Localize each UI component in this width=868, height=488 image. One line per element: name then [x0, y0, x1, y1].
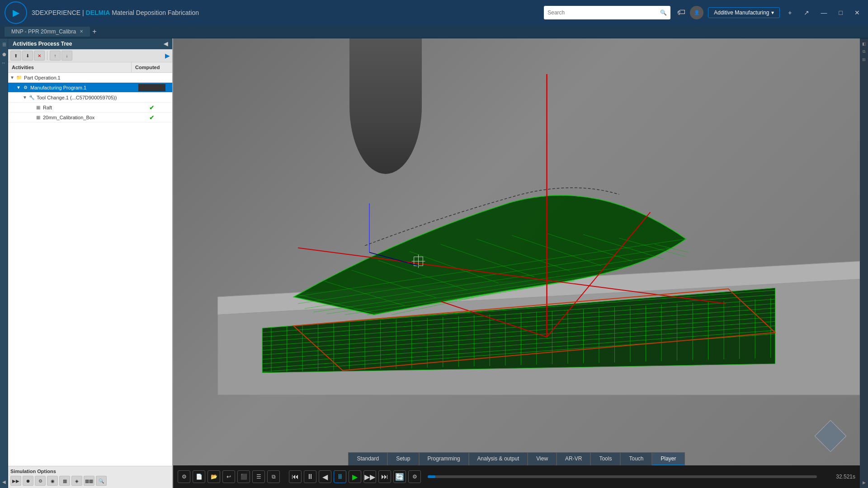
- tree-row[interactable]: ▦ 20mm_Calibration_Box ✔: [8, 113, 172, 122]
- title-brand: DELMIA: [86, 9, 110, 16]
- left-icon-2[interactable]: ⬟: [0, 51, 8, 58]
- sim-btn-2[interactable]: ⏺: [23, 476, 33, 486]
- playbar-btn-6[interactable]: ☰: [252, 470, 265, 483]
- panel-header: Activities Process Tree ◀: [8, 38, 172, 49]
- maximize-button[interactable]: □: [835, 9, 846, 16]
- column-computed: Computed: [132, 62, 172, 72]
- panel-toolbar: ⬆ ⬇ ✕ ↑ ↓ ▶: [8, 49, 172, 62]
- tree-row[interactable]: ▼ 📁 Part Operation.1: [8, 73, 172, 83]
- bottom-tabs: Standard Setup Programming Analysis & ou…: [173, 452, 860, 465]
- sim-btn-5[interactable]: ▦: [59, 476, 70, 486]
- playbar: ⚙ 📄 📂 ↩ ⬛ ☰ ⧉ ⏮ ⏸ ◀ ⏸ ▶ ▶▶ ⏭ 🔄 ⚙ 32.521s: [173, 465, 860, 488]
- playbar-btn-7[interactable]: ⧉: [267, 470, 280, 483]
- bookmark-icon[interactable]: 🏷: [677, 8, 685, 17]
- left-icon-3[interactable]: ↕: [0, 61, 8, 66]
- play-button[interactable]: ▶: [349, 470, 361, 483]
- loop-button[interactable]: 🔄: [393, 470, 406, 483]
- navigation-cube[interactable]: [819, 425, 846, 452]
- left-icon-arrow[interactable]: ◀: [0, 478, 8, 486]
- titlebar: ▶ 3DEXPERIENCE | DELMIA Material Deposit…: [0, 0, 868, 25]
- expand-icon[interactable]: ▼: [16, 85, 22, 90]
- box-icon: ▦: [34, 114, 42, 121]
- app-icon: ▶: [5, 1, 27, 24]
- 3d-viewport[interactable]: Standard Setup Programming Analysis & ou…: [173, 38, 860, 488]
- row-label: Manufacturing Program.1: [30, 85, 132, 90]
- toolbar-btn-up[interactable]: ↑: [50, 51, 61, 61]
- tree-column-headers: Activities Computed: [8, 62, 172, 73]
- panel-arrow-button[interactable]: ▶: [165, 52, 170, 59]
- row-label: Tool Change.1 (...C57D900059705)): [37, 95, 132, 100]
- tab-player[interactable]: Player: [652, 452, 684, 465]
- expand-icon[interactable]: ▼: [23, 95, 28, 100]
- sim-btn-3[interactable]: ⚙: [35, 476, 46, 486]
- search-input[interactable]: [547, 9, 658, 16]
- right-icon-2[interactable]: ⧉: [862, 48, 866, 55]
- sim-btn-1[interactable]: ▶▶: [10, 476, 21, 486]
- folder-icon: 📁: [15, 74, 23, 81]
- tree-row[interactable]: ▦ Raft ✔: [8, 103, 172, 113]
- step-back-button[interactable]: ◀: [319, 470, 331, 483]
- playbar-btn-2[interactable]: 📄: [193, 470, 205, 483]
- nav-cube-inner: [815, 420, 847, 452]
- add-button[interactable]: +: [784, 9, 795, 16]
- activities-panel: Activities Process Tree ◀ ⬆ ⬇ ✕ ↑ ↓ ▶ Ac…: [8, 38, 173, 488]
- tab-tools[interactable]: Tools: [590, 452, 620, 465]
- sim-btn-7[interactable]: ▦▦: [84, 476, 94, 486]
- right-icon-1[interactable]: ◧: [861, 41, 867, 47]
- right-icon-3[interactable]: ⊞: [861, 56, 867, 63]
- playbar-btn-5[interactable]: ⬛: [237, 470, 250, 483]
- tree-row[interactable]: ▼ ⚙ Manufacturing Program.1: [8, 83, 172, 93]
- sim-btn-8[interactable]: 🔍: [96, 476, 107, 486]
- sim-btn-4[interactable]: ◉: [47, 476, 58, 486]
- skip-start-button[interactable]: ⏮: [289, 470, 302, 483]
- left-sidebar-icons: ☰ ⬟ ↕ ◀: [0, 38, 8, 488]
- minimize-button[interactable]: —: [817, 9, 831, 16]
- expand-icon[interactable]: ▼: [10, 75, 15, 80]
- toolbar-separator: [47, 51, 47, 60]
- toolbar-btn-delete[interactable]: ✕: [34, 51, 45, 61]
- search-box[interactable]: 🔍: [544, 6, 670, 19]
- left-icon-1[interactable]: ☰: [0, 41, 8, 48]
- tab-close-icon[interactable]: ✕: [80, 29, 83, 34]
- progress-bar[interactable]: [428, 475, 817, 478]
- tabbar: MNP - PPR 20mm_Calibra ✕ +: [0, 25, 868, 38]
- tab-programming[interactable]: Programming: [419, 452, 469, 465]
- title-3dex: 3DEXPERIENCE: [32, 9, 80, 16]
- pause-button[interactable]: ⏸: [334, 470, 346, 483]
- simulation-options-panel: Simulation Options ▶▶ ⏺ ⚙ ◉ ▦ ◈ ▦▦ 🔍: [8, 466, 172, 488]
- main-tab[interactable]: MNP - PPR 20mm_Calibra ✕: [5, 27, 90, 37]
- frame-back-button[interactable]: ⏸: [304, 470, 316, 483]
- tab-view[interactable]: View: [528, 452, 557, 465]
- panel-collapse-button[interactable]: ◀: [164, 41, 168, 47]
- settings-button[interactable]: ⚙: [408, 470, 421, 483]
- tab-setup[interactable]: Setup: [387, 452, 419, 465]
- tab-standard[interactable]: Standard: [348, 452, 387, 465]
- add-tab-button[interactable]: +: [92, 28, 96, 36]
- playbar-btn-1[interactable]: ⚙: [178, 470, 190, 483]
- tab-label: MNP - PPR 20mm_Calibra: [11, 28, 76, 35]
- playbar-undo[interactable]: ↩: [222, 470, 235, 483]
- chevron-down-icon: ▾: [771, 9, 774, 16]
- sim-btn-6[interactable]: ◈: [71, 476, 82, 486]
- toolbar-btn-1[interactable]: ⬆: [10, 51, 21, 61]
- computed-dark-bar: [138, 84, 165, 91]
- row-label: Part Operation.1: [24, 75, 132, 80]
- computed-check: ✔: [149, 104, 155, 111]
- row-label: 20mm_Calibration_Box: [43, 115, 132, 120]
- tab-touch[interactable]: Touch: [620, 452, 652, 465]
- playbar-btn-3[interactable]: 📂: [208, 470, 220, 483]
- close-button[interactable]: ✕: [851, 9, 863, 16]
- share-button[interactable]: ↗: [800, 9, 813, 16]
- tab-ar-vr[interactable]: AR-VR: [557, 452, 590, 465]
- progress-fill: [428, 475, 435, 478]
- tree-row[interactable]: ▼ 🔧 Tool Change.1 (...C57D900059705)): [8, 93, 172, 103]
- tab-analysis-output[interactable]: Analysis & output: [469, 452, 528, 465]
- toolbar-btn-down[interactable]: ↓: [61, 51, 72, 61]
- skip-end-button[interactable]: ⏭: [378, 470, 391, 483]
- step-forward-button[interactable]: ▶▶: [363, 470, 376, 483]
- right-icon-arrow[interactable]: ▶: [862, 479, 867, 486]
- computed-check: ✔: [149, 114, 155, 121]
- toolbar-btn-2[interactable]: ⬇: [22, 51, 33, 61]
- raft-icon: ▦: [34, 104, 42, 111]
- additive-manufacturing-button[interactable]: Additive Manufacturing ▾: [708, 7, 780, 18]
